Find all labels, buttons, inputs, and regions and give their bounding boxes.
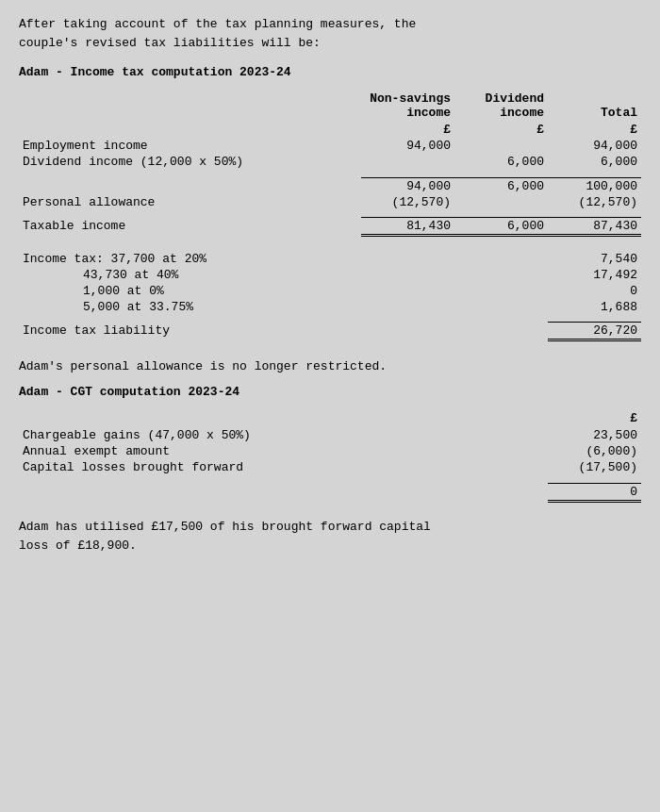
- tax-calc-3-label: 1,000 at 0%: [19, 283, 361, 299]
- annual-exempt-value: (6,000): [548, 443, 641, 459]
- nonsavings-currency: £: [361, 122, 454, 138]
- spacer-row: [19, 210, 641, 218]
- dividend-currency: £: [454, 122, 548, 138]
- taxable-income-row: Taxable income 81,430 6,000 87,430: [19, 218, 641, 236]
- personal-allowance-total: (12,570): [548, 194, 641, 210]
- spacer-row: [19, 501, 641, 508]
- taxable-nonsavings: 81,430: [361, 218, 454, 236]
- subtotal-row: 94,000 6,000 100,000: [19, 177, 641, 194]
- intro-text: After taking account of the tax planning…: [19, 15, 641, 52]
- cgt-result-value: 0: [548, 483, 641, 501]
- cgt-table-row: Annual exempt amount (6,000): [19, 443, 641, 459]
- table-row: 43,730 at 40% 17,492: [19, 267, 641, 283]
- employment-total: 94,000: [548, 138, 641, 154]
- spacer-row: [19, 475, 641, 483]
- col-total-header: Total: [548, 91, 641, 122]
- cgt-result-row: 0: [19, 483, 641, 501]
- employment-nonsavings: 94,000: [361, 138, 454, 154]
- liability-value: 26,720: [548, 323, 641, 340]
- spacer-row: [19, 243, 641, 251]
- cgt-table-row: Chargeable gains (47,000 x 50%) 23,500: [19, 427, 641, 443]
- tax-calc-3-total: 0: [548, 283, 641, 299]
- spacer-row: [19, 315, 641, 323]
- taxable-dividend: 6,000: [454, 218, 548, 236]
- adam-income-title: Adam - Income tax computation 2023-24: [19, 65, 641, 79]
- personal-allowance-dividend: [454, 194, 548, 210]
- col-label-header: [19, 91, 361, 122]
- adam-cgt-table: £ Chargeable gains (47,000 x 50%) 23,500…: [19, 410, 641, 508]
- capital-losses-label: Capital losses brought forward: [19, 459, 548, 475]
- tax-calc-1-label: Income tax: 37,700 at 20%: [19, 251, 361, 267]
- tax-calc-2-label: 43,730 at 40%: [19, 267, 361, 283]
- tax-calc-4-total: 1,688: [548, 299, 641, 315]
- employment-dividend: [454, 138, 548, 154]
- liability-row: Income tax liability 26,720: [19, 323, 641, 340]
- footer-text: Adam has utilised £17,500 of his brought…: [19, 518, 641, 555]
- dividend-total: 6,000: [548, 154, 641, 170]
- liability-label: Income tax liability: [19, 323, 361, 340]
- table-row: 1,000 at 0% 0: [19, 283, 641, 299]
- tax-calc-1-total: 7,540: [548, 251, 641, 267]
- table-row: Employment income 94,000 94,000: [19, 138, 641, 154]
- adam-cgt-title: Adam - CGT computation 2023-24: [19, 385, 641, 399]
- table-row: Dividend income (12,000 x 50%) 6,000 6,0…: [19, 154, 641, 170]
- col-dividend-header: Dividendincome: [454, 91, 548, 122]
- cgt-currency-header: £: [548, 410, 641, 427]
- dividend-income-label: Dividend income (12,000 x 50%): [19, 154, 361, 170]
- dividend-nonsavings: [361, 154, 454, 170]
- annual-exempt-label: Annual exempt amount: [19, 443, 548, 459]
- table-header-row: Non-savingsincome Dividendincome Total: [19, 91, 641, 122]
- tax-calc-4-label: 5,000 at 33.75%: [19, 299, 361, 315]
- currency-row: £ £ £: [19, 122, 641, 138]
- subtotal-total: 100,000: [548, 177, 641, 194]
- chargeable-gains-label: Chargeable gains (47,000 x 50%): [19, 427, 548, 443]
- spacer-row: [19, 170, 641, 177]
- chargeable-gains-value: 23,500: [548, 427, 641, 443]
- personal-allowance-label: Personal allowance: [19, 194, 361, 210]
- employment-income-label: Employment income: [19, 138, 361, 154]
- total-currency: £: [548, 122, 641, 138]
- cgt-table-row: Capital losses brought forward (17,500): [19, 459, 641, 475]
- cgt-header-row: £: [19, 410, 641, 427]
- personal-allowance-nonsavings: (12,570): [361, 194, 454, 210]
- subtotal-nonsavings: 94,000: [361, 177, 454, 194]
- page: After taking account of the tax planning…: [0, 0, 660, 812]
- taxable-total: 87,430: [548, 218, 641, 236]
- table-row: 5,000 at 33.75% 1,688: [19, 299, 641, 315]
- spacer-row: [19, 236, 641, 243]
- spacer-row: [19, 340, 641, 348]
- table-row: Income tax: 37,700 at 20% 7,540: [19, 251, 641, 267]
- adam-income-table: Non-savingsincome Dividendincome Total £…: [19, 91, 641, 348]
- adam-income-note: Adam's personal allowance is no longer r…: [19, 357, 641, 376]
- taxable-income-label: Taxable income: [19, 218, 361, 236]
- tax-calc-2-total: 17,492: [548, 267, 641, 283]
- capital-losses-value: (17,500): [548, 459, 641, 475]
- table-row: Personal allowance (12,570) (12,570): [19, 194, 641, 210]
- subtotal-dividend: 6,000: [454, 177, 548, 194]
- dividend-dividend: 6,000: [454, 154, 548, 170]
- col-nonsavings-header: Non-savingsincome: [361, 91, 454, 122]
